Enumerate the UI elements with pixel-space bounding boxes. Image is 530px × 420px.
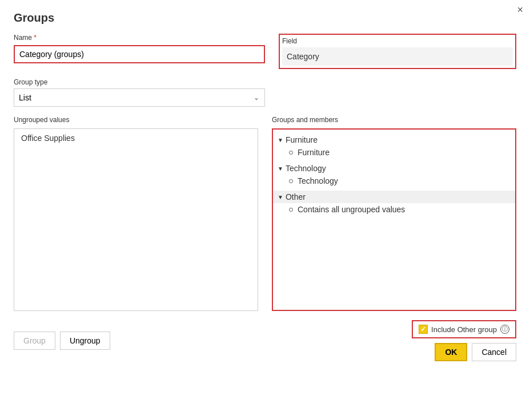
groups-members-section: Groups and members ▼ Furniture Furniture [272, 116, 516, 311]
groups-dialog: × Groups Name * Field Group type List ⌄ [0, 0, 530, 420]
member-name-technology: Technology [298, 176, 338, 185]
checkmark-icon: ✓ [420, 325, 426, 333]
group-name-furniture: Furniture [286, 135, 318, 144]
field-highlighted-box: Field [279, 34, 516, 69]
bottom-row: Group Ungroup ✓ Include Other group ⓘ OK… [14, 320, 516, 361]
circle-icon [289, 208, 293, 212]
group-name-other: Other [286, 192, 306, 201]
tree-member-technology[interactable]: Technology [273, 175, 515, 187]
name-field-row: Name * Field [14, 34, 516, 69]
field-form-group: Field [279, 34, 516, 69]
tree-member-other[interactable]: Contains all ungrouped values [273, 203, 515, 216]
name-label: Name * [14, 34, 265, 42]
tree-group-furniture: ▼ Furniture Furniture [273, 132, 515, 160]
member-name-furniture: Furniture [298, 148, 330, 157]
member-name-other: Contains all ungrouped values [298, 205, 405, 214]
tree-group-technology: ▼ Technology Technology [273, 160, 515, 189]
group-type-select-wrapper: List ⌄ [14, 88, 265, 107]
tree-group-other: ▼ Other Contains all ungrouped values [273, 189, 515, 217]
left-buttons: Group Ungroup [14, 332, 110, 350]
expand-icon: ▼ [278, 165, 283, 172]
include-other-row: ✓ Include Other group ⓘ [412, 320, 516, 338]
info-icon[interactable]: ⓘ [500, 325, 509, 334]
ok-button[interactable]: OK [435, 343, 467, 361]
right-controls: ✓ Include Other group ⓘ OK Cancel [412, 320, 516, 361]
expand-icon: ▼ [278, 194, 283, 200]
include-other-checkbox[interactable]: ✓ [419, 325, 428, 334]
groups-members-list[interactable]: ▼ Furniture Furniture ▼ Technology [272, 128, 516, 311]
name-form-group: Name * [14, 34, 265, 63]
expand-icon: ▼ [278, 137, 283, 143]
name-input[interactable] [14, 45, 265, 63]
close-button[interactable]: × [517, 5, 523, 15]
cancel-button[interactable]: Cancel [472, 343, 516, 361]
ungrouped-label: Ungrouped values [14, 116, 258, 124]
action-buttons: OK Cancel [435, 343, 516, 361]
circle-icon [289, 179, 293, 183]
groups-members-label: Groups and members [272, 116, 516, 124]
dialog-title: Groups [14, 11, 516, 25]
ungroup-button[interactable]: Ungroup [60, 332, 110, 350]
list-item[interactable]: Office Supplies [14, 131, 258, 145]
circle-icon [289, 151, 293, 155]
ungrouped-list[interactable]: Office Supplies [14, 128, 258, 311]
tree-member-furniture[interactable]: Furniture [273, 146, 515, 159]
field-label: Field [282, 37, 513, 45]
group-name-technology: Technology [286, 164, 326, 173]
field-input [282, 47, 513, 66]
required-star: * [32, 34, 37, 42]
group-type-section: Group type List ⌄ [14, 78, 516, 107]
group-button[interactable]: Group [14, 332, 55, 350]
group-type-label: Group type [14, 78, 516, 86]
group-type-select[interactable]: List [14, 88, 265, 107]
ungrouped-section: Ungrouped values Office Supplies [14, 116, 258, 311]
lists-row: Ungrouped values Office Supplies Groups … [14, 116, 516, 311]
include-other-label: Include Other group [431, 325, 497, 334]
